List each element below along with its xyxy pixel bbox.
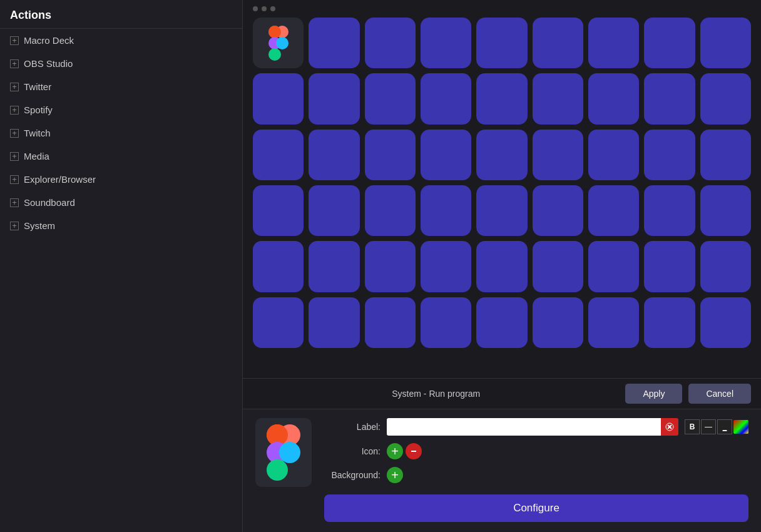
- grid-button[interactable]: [253, 297, 304, 348]
- sidebar-item-soundboard[interactable]: + Soundboard: [0, 191, 242, 214]
- grid-button[interactable]: [253, 185, 304, 236]
- sidebar-item-system[interactable]: + System: [0, 214, 242, 237]
- grid-button[interactable]: [700, 130, 751, 180]
- grid-button[interactable]: [476, 297, 527, 348]
- grid-button[interactable]: [476, 185, 527, 236]
- svg-point-2: [268, 26, 281, 38]
- cancel-button[interactable]: Cancel: [688, 384, 751, 404]
- grid-button[interactable]: [365, 241, 416, 292]
- label-field-label: Label:: [324, 422, 380, 432]
- grid-button[interactable]: [421, 241, 471, 292]
- sidebar-item-media[interactable]: + Media: [0, 145, 242, 168]
- icon-add-button[interactable]: +: [387, 443, 403, 459]
- grid-button[interactable]: [253, 18, 304, 68]
- grid-button[interactable]: [476, 241, 527, 292]
- text-underline-button[interactable]: _: [717, 419, 732, 434]
- grid-button[interactable]: [309, 241, 359, 292]
- grid-button[interactable]: [588, 297, 639, 348]
- grid-button[interactable]: [253, 130, 304, 180]
- grid-button[interactable]: [700, 185, 751, 236]
- grid-button[interactable]: [588, 185, 639, 236]
- text-line-button[interactable]: —: [701, 419, 716, 434]
- text-color-button[interactable]: [733, 420, 748, 434]
- grid-button[interactable]: [421, 185, 471, 236]
- config-panel: Label: B — _: [243, 409, 761, 532]
- sidebar-item-label: Spotify: [24, 105, 53, 115]
- label-input-group: [387, 418, 678, 436]
- expand-icon: +: [10, 129, 19, 138]
- grid-button[interactable]: [309, 73, 359, 124]
- label-input[interactable]: [387, 418, 661, 436]
- expand-icon: +: [10, 152, 19, 161]
- configure-button[interactable]: Configure: [324, 494, 748, 522]
- grid-button[interactable]: [365, 18, 416, 68]
- label-clear-button[interactable]: [661, 418, 678, 436]
- grid-button[interactable]: [309, 130, 359, 180]
- sidebar-item-obs-studio[interactable]: + OBS Studio: [0, 52, 242, 75]
- background-add-button[interactable]: +: [387, 467, 403, 483]
- grid-button[interactable]: [533, 185, 583, 236]
- grid-button[interactable]: [533, 130, 583, 180]
- grid-button[interactable]: [644, 73, 695, 124]
- grid-button[interactable]: [253, 241, 304, 292]
- grid-button[interactable]: [588, 241, 639, 292]
- grid-button[interactable]: [533, 297, 583, 348]
- grid-button[interactable]: [644, 130, 695, 180]
- expand-icon: +: [10, 106, 19, 115]
- grid-button[interactable]: [533, 241, 583, 292]
- icon-controls: +: [387, 443, 422, 459]
- grid-button[interactable]: [700, 241, 751, 292]
- grid-button[interactable]: [644, 185, 695, 236]
- icon-field-label: Icon:: [324, 446, 380, 456]
- sidebar-item-label: Explorer/Browser: [24, 174, 96, 185]
- dot-1: [253, 6, 258, 11]
- grid-button[interactable]: [421, 18, 471, 68]
- grid-button[interactable]: [533, 18, 583, 68]
- grid-button[interactable]: [533, 73, 583, 124]
- action-bar: System - Run program Apply Cancel: [243, 378, 761, 409]
- svg-point-4: [276, 37, 289, 49]
- sidebar-item-explorer-browser[interactable]: + Explorer/Browser: [0, 168, 242, 191]
- grid-button[interactable]: [476, 130, 527, 180]
- grid-button[interactable]: [588, 73, 639, 124]
- grid-button[interactable]: [309, 18, 359, 68]
- sidebar-item-spotify[interactable]: + Spotify: [0, 98, 242, 121]
- sidebar-item-twitter[interactable]: + Twitter: [0, 75, 242, 98]
- sidebar-item-label: Twitter: [24, 81, 51, 92]
- grid-button[interactable]: [700, 18, 751, 68]
- grid-button[interactable]: [644, 241, 695, 292]
- grid-button[interactable]: [588, 130, 639, 180]
- expand-icon: +: [10, 222, 19, 230]
- grid-button[interactable]: [365, 185, 416, 236]
- grid-button[interactable]: [421, 297, 471, 348]
- grid-button[interactable]: [476, 18, 527, 68]
- expand-icon: +: [10, 36, 19, 45]
- apply-button[interactable]: Apply: [625, 384, 682, 404]
- grid-button[interactable]: [309, 297, 359, 348]
- grid-button[interactable]: [365, 130, 416, 180]
- icon-row: Icon: +: [324, 443, 748, 459]
- grid-button[interactable]: [700, 297, 751, 348]
- grid-button[interactable]: [309, 185, 359, 236]
- expand-icon: +: [10, 83, 19, 91]
- grid-button[interactable]: [700, 73, 751, 124]
- grid-button[interactable]: [588, 18, 639, 68]
- sidebar-item-macro-deck[interactable]: + Macro Deck: [0, 29, 242, 52]
- icon-remove-button[interactable]: [406, 443, 422, 459]
- grid-button[interactable]: [365, 297, 416, 348]
- grid-button[interactable]: [644, 297, 695, 348]
- text-bold-button[interactable]: B: [685, 419, 700, 434]
- grid-button[interactable]: [421, 73, 471, 124]
- sidebar-item-label: Soundboard: [24, 197, 75, 208]
- main-area: System - Run program Apply Cancel: [243, 0, 761, 532]
- action-label: System - Run program: [253, 389, 619, 399]
- grid-button[interactable]: [476, 73, 527, 124]
- grid-button[interactable]: [421, 130, 471, 180]
- sidebar-item-twitch[interactable]: + Twitch: [0, 121, 242, 145]
- figma-icon-preview: [258, 421, 309, 484]
- grid-button[interactable]: [644, 18, 695, 68]
- grid-button[interactable]: [365, 73, 416, 124]
- sidebar: Actions + Macro Deck + OBS Studio + Twit…: [0, 0, 243, 532]
- sidebar-title: Actions: [0, 0, 242, 29]
- grid-button[interactable]: [253, 73, 304, 124]
